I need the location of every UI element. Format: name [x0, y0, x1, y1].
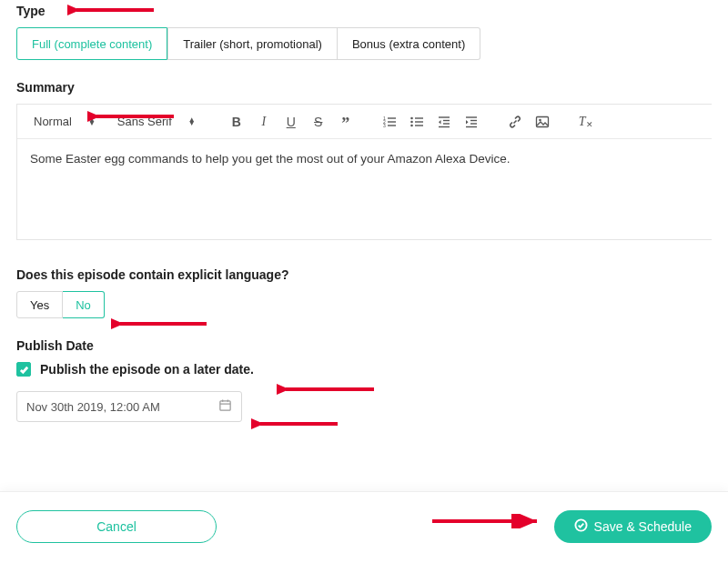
save-schedule-button[interactable]: Save & Schedule: [554, 510, 712, 543]
explicit-no-label: No: [76, 298, 91, 312]
cancel-button[interactable]: Cancel: [16, 510, 217, 543]
svg-point-23: [539, 118, 541, 121]
explicit-yes[interactable]: Yes: [16, 291, 63, 318]
type-options: Full (complete content) Trailer (short, …: [16, 27, 480, 60]
svg-marker-16: [439, 120, 441, 125]
type-option-trailer[interactable]: Trailer (short, promotional): [167, 27, 338, 60]
heading-picker-label: Normal: [34, 115, 72, 128]
explicit-yes-label: Yes: [30, 298, 49, 312]
type-option-bonus-label: Bonus (extra content): [352, 37, 465, 51]
publish-later-label: Publish the episode on a later date.: [40, 362, 254, 377]
explicit-label: Does this episode contain explicit langu…: [16, 267, 712, 282]
type-option-full[interactable]: Full (complete content): [16, 27, 167, 60]
bold-button[interactable]: B: [225, 110, 248, 134]
heading-picker[interactable]: Normal ▲▼: [25, 115, 105, 128]
publish-later-checkbox[interactable]: [16, 362, 31, 377]
type-option-full-label: Full (complete content): [32, 37, 152, 51]
type-option-trailer-label: Trailer (short, promotional): [183, 37, 322, 51]
font-picker[interactable]: Sans Serif ▲▼: [108, 115, 205, 128]
summary-content[interactable]: Some Easter egg commands to help you get…: [17, 139, 712, 239]
footer: Cancel Save & Schedule: [0, 491, 728, 563]
calendar-icon: [218, 398, 232, 415]
svg-point-11: [410, 124, 413, 126]
summary-label: Summary: [16, 80, 712, 95]
image-button[interactable]: [531, 110, 554, 134]
link-button[interactable]: [503, 110, 527, 134]
indent-button[interactable]: [460, 110, 483, 134]
svg-text:3: 3: [383, 122, 386, 127]
underline-button[interactable]: U: [279, 110, 303, 134]
svg-rect-24: [220, 401, 230, 410]
clear-format-button[interactable]: T✕: [574, 110, 598, 134]
publish-date-input[interactable]: Nov 30th 2019, 12:00 AM: [16, 391, 242, 422]
explicit-options: Yes No: [16, 291, 105, 318]
publish-date-value: Nov 30th 2019, 12:00 AM: [26, 400, 160, 414]
outdent-button[interactable]: [432, 110, 456, 134]
explicit-no[interactable]: No: [63, 291, 105, 318]
sort-icon: ▲▼: [88, 118, 96, 126]
svg-marker-21: [466, 120, 469, 125]
summary-toolbar: Normal ▲▼ Sans Serif ▲▼ B I U S ” 123: [17, 105, 712, 139]
summary-editor: Normal ▲▼ Sans Serif ▲▼ B I U S ” 123: [16, 104, 712, 240]
italic-button[interactable]: I: [252, 110, 276, 134]
publish-date-label: Publish Date: [16, 338, 712, 353]
check-circle-icon: [574, 518, 588, 535]
cancel-button-label: Cancel: [96, 519, 136, 534]
svg-point-10: [410, 120, 413, 123]
type-label: Type: [16, 4, 712, 18]
strike-button[interactable]: S: [307, 110, 330, 134]
save-button-label: Save & Schedule: [594, 519, 692, 534]
type-option-bonus[interactable]: Bonus (extra content): [338, 27, 480, 60]
unordered-list-button[interactable]: [405, 110, 429, 134]
svg-rect-22: [536, 116, 548, 126]
ordered-list-button[interactable]: 123: [378, 110, 401, 134]
svg-point-9: [410, 116, 413, 119]
annotation-arrow: [111, 317, 211, 331]
font-picker-label: Sans Serif: [117, 115, 172, 128]
sort-icon: ▲▼: [188, 118, 196, 126]
quote-button[interactable]: ”: [334, 113, 358, 136]
